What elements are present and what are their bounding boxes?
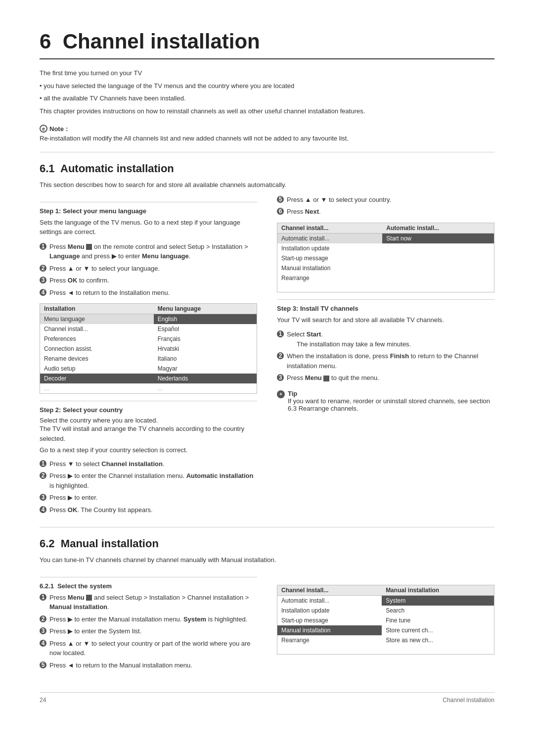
step3-item2: 2 When the installation is done, press F… (277, 351, 494, 371)
divider-62 (40, 527, 494, 527)
page-label: Channel installation (443, 697, 494, 704)
col-62-left: 6.2.1 Select the system 1 Press Menu and… (40, 570, 257, 673)
section-61-columns: Step 1: Select your menu language Sets t… (40, 195, 494, 518)
step2-item4: 4 Press OK. The Country list appears. (40, 505, 257, 515)
menu-table-step56-row4: Manual installation (277, 263, 494, 273)
menu-table-step56: Channel install... Automatic install... … (277, 223, 494, 292)
step56-item1: 5 Press ▲ or ▼ to select your country. (277, 195, 494, 205)
tip-icon: + (277, 390, 285, 398)
menu-table-step1-row4: Connection assist. Hrvatski (40, 344, 257, 354)
divider-after-note (40, 152, 494, 152)
menu-icon (86, 244, 92, 250)
tip-content: Tip If you want to rename, reorder or un… (288, 390, 494, 412)
menu-table-step56-header: Channel install... Automatic install... (277, 223, 494, 233)
sub621-item3: 3 Press ▶ to enter the System list. (40, 626, 257, 636)
intro-para2: This chapter provides instructions on ho… (40, 106, 494, 116)
menu-table-step1-header: Installation Menu language (40, 304, 257, 314)
sub621-item2: 2 Press ▶ to enter the Manual installati… (40, 614, 257, 624)
tip-box: + Tip If you want to rename, reorder or … (277, 390, 494, 412)
menu-table-step1-row8: ... ... (40, 383, 257, 394)
menu-table-621-row5: Rearrange Store as new ch... (277, 635, 494, 645)
col-62-right: Channel install... Manual installation A… (277, 570, 494, 673)
step3-list: 1 Select Start. The installation may tak… (277, 330, 494, 383)
section-61-title: 6.1 Automatic installation (40, 162, 494, 175)
menu-table-621: Channel install... Manual installation A… (277, 585, 494, 655)
menu-table-621-row8 (277, 651, 494, 655)
step3-desc: Your TV will search for and store all av… (277, 315, 494, 325)
section-61-desc: This section describes how to search for… (40, 180, 494, 190)
step56-list: 5 Press ▲ or ▼ to select your country. 6… (277, 195, 494, 217)
step3-item3: 3 Press Menu to quit the menu. (277, 373, 494, 383)
intro-bullet1: • you have selected the language of the … (40, 81, 494, 91)
step1-item1: 1 Press Menu on the remote control and s… (40, 242, 257, 261)
step3-item1: 1 Select Start. The installation may tak… (277, 330, 494, 349)
col-right: 5 Press ▲ or ▼ to select your country. 6… (277, 195, 494, 518)
step1-item2: 2 Press ▲ or ▼ to select your language. (40, 264, 257, 274)
step2-title: Step 2: Select your country (40, 401, 257, 414)
step1-list: 1 Press Menu on the remote control and s… (40, 242, 257, 298)
col-left: Step 1: Select your menu language Sets t… (40, 195, 257, 518)
menu-table-621-row3: Start-up message Fine tune (277, 615, 494, 625)
section-61: 6.1 Automatic installation This section … (40, 162, 494, 517)
subsection-621-title: 6.2.1 Select the system (40, 577, 257, 590)
menu-table-621-row4: Manual installation Store current ch... (277, 625, 494, 635)
page-footer: 24 Channel installation (40, 692, 494, 704)
menu-icon-2 (323, 376, 329, 381)
menu-table-step56-row1: Automatic install... Start now (277, 233, 494, 243)
menu-table-step1-row3: Preferences Français (40, 334, 257, 344)
step2-desc2: The TV will install and arrange the TV c… (40, 424, 257, 443)
menu-table-step56-row8 (277, 289, 494, 292)
menu-table-step56-row2: Installation update (277, 243, 494, 253)
intro-bullet2: • all the available TV Channels have bee… (40, 94, 494, 103)
step2-item3: 3 Press ▶ to enter. (40, 493, 257, 503)
note-icon: e (40, 125, 47, 133)
step3-title: Step 3: Install TV channels (277, 299, 494, 312)
menu-table-step1-row5: Rename devices Italiano (40, 354, 257, 364)
menu-icon-3 (86, 595, 92, 601)
menu-table-621-row2: Installation update Search (277, 606, 494, 615)
section-62-columns: 6.2.1 Select the system 1 Press Menu and… (40, 570, 494, 673)
menu-table-621-row1: Automatic install... System (277, 595, 494, 606)
page-container: 6 Channel installation The first time yo… (40, 30, 494, 704)
note-box: e Note: Re-installation will modify the … (40, 125, 494, 142)
menu-table-621-header: Channel install... Manual installation (277, 585, 494, 595)
step2-item2: 2 Press ▶ to enter the Channel installat… (40, 471, 257, 490)
menu-table-step1: Installation Menu language Menu language… (40, 303, 257, 394)
note-label: e Note: (40, 125, 494, 133)
step2-item1: 1 Press ▼ to select Channel installation… (40, 459, 257, 469)
section-62-desc: You can tune-in TV channels channel by c… (40, 555, 494, 565)
step2-desc1: Select the country where you are located… (40, 417, 257, 424)
menu-table-step1-row7: Decoder Nederlands (40, 374, 257, 383)
menu-table-step56-row3: Start-up message (277, 253, 494, 263)
sub621-item1: 1 Press Menu and select Setup > Installa… (40, 593, 257, 612)
step2-desc3: Go to a next step if your country select… (40, 445, 257, 455)
section-62-title: 6.2 Manual installation (40, 537, 494, 550)
menu-table-step56-row5: Rearrange (277, 273, 494, 283)
menu-table-step1-row6: Audio setup Magyar (40, 364, 257, 374)
menu-table-step1-row2: Channel install... Español (40, 324, 257, 334)
intro-para1: The first time you turned on your TV (40, 68, 494, 78)
page-number: 24 (40, 697, 46, 704)
section-62: 6.2 Manual installation You can tune-in … (40, 537, 494, 672)
step2-list: 1 Press ▼ to select Channel installation… (40, 459, 257, 515)
note-text: Re-installation will modify the All chan… (40, 135, 494, 142)
sub621-item5: 5 Press ◄ to return to the Manual instal… (40, 661, 257, 670)
step1-item4: 4 Press ◄ to return to the Installation … (40, 288, 257, 298)
chapter-title: 6 Channel installation (40, 30, 494, 59)
sub621-item4: 4 Press ▲ or ▼ to select your country or… (40, 639, 257, 658)
step56-item2: 6 Press Next. (277, 207, 494, 217)
subsection-621-list: 1 Press Menu and select Setup > Installa… (40, 593, 257, 670)
step1-item3: 3 Press OK to confirm. (40, 276, 257, 285)
step1-title: Step 1: Select your menu language (40, 202, 257, 215)
intro-section: The first time you turned on your TV • y… (40, 68, 494, 116)
step1-desc: Sets the language of the TV menus. Go to… (40, 218, 257, 237)
menu-table-step1-row1: Menu language English (40, 314, 257, 325)
